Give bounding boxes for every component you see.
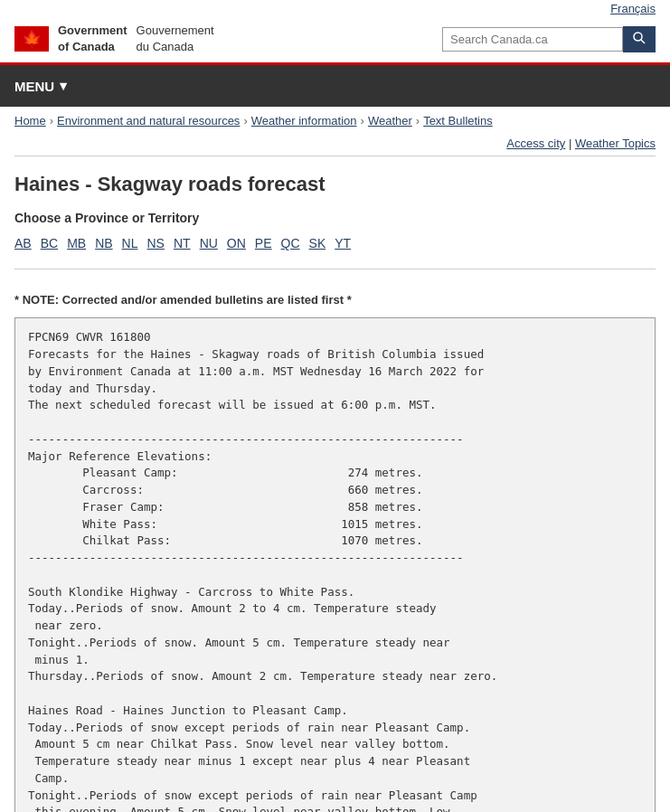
province-list: ABBCMBNBNLNSNTNUONPEQCSKYT [14, 232, 656, 254]
breadcrumb-sep-2: › [243, 114, 247, 127]
weather-topics-link[interactable]: Weather Topics [575, 137, 656, 150]
breadcrumb: Home › Environment and natural resources… [0, 107, 670, 135]
breadcrumb-weather-info[interactable]: Weather information [251, 114, 357, 127]
breadcrumb-env[interactable]: Environment and natural resources [57, 114, 240, 127]
menu-chevron-icon: ▾ [60, 78, 67, 94]
breadcrumb-text-bulletins[interactable]: Text Bulletins [423, 114, 493, 127]
logo-area: 🍁 Government of Canada Gouvernement du C… [14, 23, 214, 55]
province-link-yt[interactable]: YT [335, 236, 351, 250]
note-text: * NOTE: Corrected and/or amended bulleti… [14, 293, 656, 307]
province-link-nt[interactable]: NT [174, 236, 191, 250]
search-button[interactable] [623, 26, 656, 52]
search-icon [633, 32, 646, 44]
access-separator: | [569, 137, 575, 150]
breadcrumb-sep-3: › [361, 114, 364, 127]
province-link-ab[interactable]: AB [14, 236, 32, 250]
canada-flag: 🍁 [14, 26, 49, 52]
province-link-pe[interactable]: PE [255, 236, 272, 250]
province-link-nu[interactable]: NU [200, 236, 218, 250]
forecast-box: FPCN69 CWVR 161800 Forecasts for the Hai… [14, 317, 656, 812]
province-link-nb[interactable]: NB [95, 236, 112, 250]
breadcrumb-sep-4: › [416, 114, 420, 127]
svg-line-1 [641, 40, 645, 43]
search-input[interactable] [442, 27, 623, 52]
menu-bar: MENU ▾ [0, 65, 670, 107]
svg-point-0 [634, 33, 642, 41]
province-link-sk[interactable]: SK [309, 236, 326, 250]
province-label: Choose a Province or Territory [14, 211, 656, 225]
gov-en: Government of Canada [58, 23, 127, 55]
access-row: Access city | Weather Topics [0, 135, 670, 156]
province-section: Choose a Province or Territory ABBCMBNBN… [14, 211, 656, 254]
breadcrumb-home[interactable]: Home [14, 114, 46, 127]
province-link-nl[interactable]: NL [122, 236, 138, 250]
maple-leaf-icon: 🍁 [22, 29, 42, 49]
menu-button[interactable]: MENU ▾ [14, 65, 76, 107]
breadcrumb-sep-1: › [50, 114, 53, 127]
main-content: Haines - Skagway roads forecast Choose a… [0, 156, 670, 812]
province-divider [14, 269, 656, 269]
province-link-qc[interactable]: QC [281, 236, 300, 250]
site-header: 🍁 Government of Canada Gouvernement du C… [0, 15, 670, 65]
menu-label: MENU [14, 79, 54, 94]
access-city-link[interactable]: Access city [506, 137, 565, 150]
breadcrumb-weather[interactable]: Weather [368, 114, 412, 127]
province-link-mb[interactable]: MB [67, 236, 86, 250]
page-title: Haines - Skagway roads forecast [14, 173, 656, 196]
government-name-fr: Gouvernement du Canada [137, 23, 214, 55]
search-area [442, 26, 656, 52]
government-name: Government of Canada [58, 23, 127, 55]
province-link-ns[interactable]: NS [147, 236, 165, 250]
province-link-bc[interactable]: BC [41, 236, 58, 250]
province-link-on[interactable]: ON [227, 236, 246, 250]
language-link[interactable]: Français [610, 2, 656, 15]
